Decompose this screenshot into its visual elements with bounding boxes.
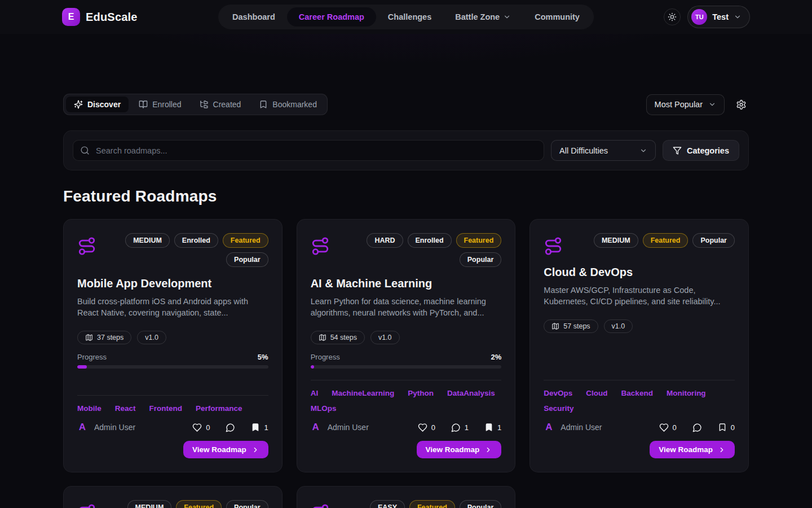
tag-ai[interactable]: AI (311, 389, 319, 397)
badge-medium: MEDIUM (127, 500, 172, 508)
tag-python[interactable]: Python (408, 389, 434, 397)
nav-item-dashboard[interactable]: Dashboard (220, 7, 287, 27)
comments-stat-count: 1 (465, 423, 469, 432)
view-roadmap-button[interactable]: View Roadmap (650, 441, 735, 458)
badge-list: EASYFeaturedPopular (370, 500, 501, 508)
badge-featured: Featured (643, 233, 689, 248)
badge-medium: MEDIUM (125, 233, 170, 248)
tab-label: Created (213, 100, 241, 109)
chevron-down-icon (639, 147, 647, 155)
comments-stat[interactable] (692, 423, 702, 432)
progress-value: 5% (258, 353, 268, 361)
steps-label: 37 steps (97, 334, 123, 341)
tag-list: AIMachineLearningPythonDataAnalysisMLOps (311, 389, 502, 413)
tag-cloud[interactable]: Cloud (586, 389, 607, 397)
bookmarks-stat[interactable]: 1 (251, 423, 268, 432)
nav-item-career-roadmap[interactable]: Career Roadmap (287, 7, 376, 27)
route-icon (311, 503, 330, 508)
tag-devops[interactable]: DevOps (544, 389, 572, 397)
nav-item-challenges[interactable]: Challenges (376, 7, 443, 27)
meta-row: 54 stepsv1.0 (311, 331, 502, 344)
badge-enrolled: Enrolled (174, 233, 218, 248)
roadmap-title: Mobile App Development (77, 277, 268, 290)
nav-item-community[interactable]: Community (523, 7, 592, 27)
badge-popular: Popular (692, 233, 735, 248)
sun-icon (668, 12, 677, 21)
roadmap-description: Learn Python for data science, machine l… (311, 296, 502, 319)
section-title: Featured Roadmaps (63, 187, 749, 205)
tab-bookmarked[interactable]: Bookmarked (251, 97, 325, 112)
badge-popular: Popular (226, 252, 268, 267)
tag-dataanalysis[interactable]: DataAnalysis (447, 389, 495, 397)
featured-roadmaps-grid: MEDIUMEnrolledFeaturedPopularMobile App … (63, 219, 749, 472)
comments-stat[interactable]: 1 (451, 423, 469, 432)
tab-discover[interactable]: Discover (66, 97, 129, 112)
categories-button[interactable]: Categories (663, 140, 739, 161)
search-input[interactable] (73, 140, 544, 161)
gear-icon (736, 99, 747, 110)
comments-stat[interactable] (226, 423, 235, 432)
likes-stat[interactable]: 0 (418, 423, 435, 432)
view-roadmap-button[interactable]: View Roadmap (183, 441, 268, 458)
settings-button[interactable] (734, 97, 749, 112)
tag-machinelearning[interactable]: MachineLearning (332, 389, 394, 397)
main-nav: DashboardCareer RoadmapChallengesBattle … (218, 5, 594, 29)
tag-list: MobileReactFrontendPerformance (77, 404, 268, 413)
search-panel: All Difficulties Categories (63, 130, 749, 170)
author-row: AAdmin User00 (544, 422, 735, 433)
progress-value: 2% (491, 353, 502, 361)
user-menu-button[interactable]: TU Test (687, 6, 750, 28)
roadmap-title: AI & Machine Learning (311, 277, 502, 290)
progress-label: Progress (77, 353, 107, 361)
difficulty-select[interactable]: All Difficulties (551, 140, 656, 161)
tab-enrolled[interactable]: Enrolled (131, 97, 189, 112)
author-avatar: A (77, 422, 87, 433)
tab-created[interactable]: Created (192, 97, 249, 112)
toolbar-row: DiscoverEnrolledCreatedBookmarked Most P… (63, 94, 749, 115)
nav-item-label: Dashboard (232, 12, 275, 21)
steps-badge: 37 steps (77, 331, 131, 344)
author-name: Admin User (94, 423, 135, 432)
tag-performance[interactable]: Performance (196, 404, 242, 413)
bookmarks-stat[interactable]: 1 (484, 423, 501, 432)
view-roadmap-button[interactable]: View Roadmap (417, 441, 502, 458)
theme-toggle-button[interactable] (664, 8, 681, 25)
badge-featured: Featured (456, 233, 502, 248)
nav-item-battle-zone[interactable]: Battle Zone (443, 7, 523, 27)
likes-stat[interactable]: 0 (659, 423, 677, 432)
likes-stat[interactable]: 0 (192, 423, 210, 432)
roadmap-title: Cloud & DevOps (544, 266, 735, 279)
tag-react[interactable]: React (115, 404, 136, 413)
tag-list: DevOpsCloudBackendMonitoringSecurity (544, 389, 735, 413)
brand[interactable]: E EduScale (62, 8, 138, 26)
bookmarks-stat[interactable]: 0 (718, 423, 735, 432)
tag-frontend[interactable]: Frontend (149, 404, 183, 413)
card-head: MEDIUMFeaturedPopular (544, 233, 735, 256)
bookmarks-stat-count: 0 (731, 423, 735, 432)
badge-list: MEDIUMEnrolledFeaturedPopular (103, 233, 268, 267)
badge-list: HARDEnrolledFeaturedPopular (337, 233, 502, 267)
user-initials: TU (695, 14, 704, 20)
tag-mobile[interactable]: Mobile (77, 404, 102, 413)
likes-stat-count: 0 (431, 423, 435, 432)
chevron-down-icon (734, 13, 742, 21)
tag-backend[interactable]: Backend (621, 389, 653, 397)
progress-label: Progress (311, 353, 340, 361)
featured-roadmaps-grid-row2: MEDIUMFeaturedPopularEASYFeaturedPopular (63, 486, 749, 508)
bookmark-filled-icon (251, 423, 260, 432)
author-row: AAdmin User01 (77, 422, 268, 433)
heart-icon (418, 423, 427, 432)
roadmap-description: Build cross-platform iOS and Android app… (77, 296, 268, 319)
sort-select[interactable]: Most Popular (646, 94, 725, 115)
likes-stat-count: 0 (673, 423, 677, 432)
search-box (73, 140, 544, 161)
nav-item-label: Career Roadmap (299, 12, 364, 21)
tag-monitoring[interactable]: Monitoring (667, 389, 706, 397)
roadmap-tabs: DiscoverEnrolledCreatedBookmarked (63, 94, 328, 115)
tag-mlops[interactable]: MLOps (311, 404, 337, 413)
header-right: TU Test (664, 6, 750, 28)
tag-security[interactable]: Security (544, 404, 573, 413)
bookmark-icon (259, 100, 268, 109)
author-avatar: A (544, 422, 554, 433)
heart-icon (192, 423, 202, 432)
